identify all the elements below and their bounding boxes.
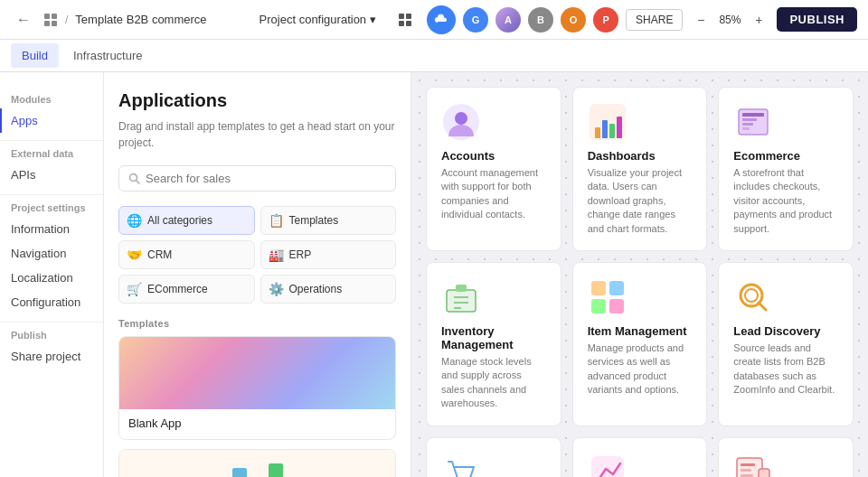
erp-label: ERP <box>289 248 312 261</box>
svg-rect-13 <box>595 127 600 138</box>
svg-rect-41 <box>759 469 769 477</box>
svg-rect-7 <box>406 21 411 26</box>
zoom-in-button[interactable]: + <box>748 9 769 31</box>
svg-rect-30 <box>609 299 624 313</box>
svg-rect-2 <box>44 21 50 26</box>
category-operations[interactable]: ⚙️ Operations <box>260 275 397 304</box>
divider-3 <box>0 322 103 323</box>
back-button[interactable]: ← <box>11 7 36 33</box>
erp-icon: 🏭 <box>269 248 284 262</box>
templates-label: Templates <box>289 214 339 227</box>
app-card-dashboards[interactable]: Dashboards Visualize your project data. … <box>572 87 708 251</box>
svg-rect-21 <box>742 127 750 130</box>
zoom-value: 85% <box>713 14 746 26</box>
project-config-button[interactable]: Project configuration ▾ <box>252 9 384 30</box>
category-templates[interactable]: 📋 Templates <box>260 206 397 235</box>
app-card-purchasing[interactable]: Purchasing <box>426 437 561 477</box>
svg-rect-29 <box>591 299 606 313</box>
sidebar-item-information[interactable]: Information <box>0 217 103 241</box>
dashboards-app-desc: Visualize your project data. Users can d… <box>588 166 693 236</box>
layout-grid-button[interactable] <box>391 5 420 34</box>
divider-2 <box>0 194 103 195</box>
crm-label: CRM <box>147 248 172 261</box>
ecommerce-app-name: Ecommerce <box>733 149 838 163</box>
blank-app-label: Blank App <box>119 409 395 439</box>
breadcrumb-title: Template B2B commerce <box>75 13 206 26</box>
all-categories-icon: 🌐 <box>127 213 142 228</box>
topbar-left: ← / Template B2B commerce <box>11 7 245 33</box>
breadcrumb-sep: / <box>65 14 68 26</box>
sidebar-section-publish: Publish <box>0 330 103 344</box>
blank-app-preview <box>119 337 395 409</box>
app-card-lead-discovery[interactable]: Lead Discovery Source leads and create l… <box>718 262 854 426</box>
svg-rect-15 <box>609 124 615 138</box>
lead-discovery-name: Lead Discovery <box>733 324 838 338</box>
app-card-ecommerce[interactable]: Ecommerce A storefront that includes che… <box>718 87 854 251</box>
tab-infrastructure[interactable]: Infrastructure <box>62 43 154 68</box>
sidebar-item-apis[interactable]: APIs <box>0 163 103 187</box>
svg-rect-28 <box>609 281 624 295</box>
sidebar-section-modules: Modules <box>0 94 103 108</box>
tab-build[interactable]: Build <box>11 43 59 68</box>
apps-title: Applications <box>118 90 396 111</box>
sidebar-item-localization[interactable]: Localization <box>0 266 103 290</box>
app-card-item-mgmt[interactable]: Item Management Manage products and serv… <box>572 262 708 426</box>
avatar-o: O <box>561 7 586 33</box>
category-grid: 🌐 All categories 📋 Templates 🤝 CRM 🏭 ERP… <box>118 206 396 304</box>
search-icon <box>128 173 140 184</box>
accounts-desc: Account management with support for both… <box>441 166 546 222</box>
dashboards-app-icon <box>588 102 627 142</box>
search-box <box>118 165 396 192</box>
avatar-b: B <box>528 7 553 33</box>
crm-icon: 🤝 <box>127 248 142 262</box>
inventory-app-icon <box>441 277 481 317</box>
main-layout: Modules Apps External data APIs Project … <box>0 72 868 477</box>
sales-order-public-icon <box>733 453 773 477</box>
sidebar-item-share[interactable]: Share project <box>0 344 103 369</box>
apps-panel: Applications Drag and install app templa… <box>104 72 411 477</box>
svg-rect-38 <box>741 463 755 466</box>
templates-section-label: Templates <box>118 318 396 329</box>
svg-rect-23 <box>456 285 467 292</box>
app-card-accounts[interactable]: Accounts Account management with support… <box>426 87 561 251</box>
svg-rect-40 <box>741 474 753 477</box>
sidebar-section-external: External data <box>0 148 103 163</box>
template-card-blank[interactable]: Blank App <box>118 336 396 440</box>
accounts-name: Accounts <box>441 149 546 163</box>
category-ecommerce[interactable]: 🛒 ECommerce <box>118 275 255 304</box>
sales-icon <box>588 453 627 477</box>
topbar: ← / Template B2B commerce Project config… <box>0 0 868 40</box>
zoom-out-button[interactable]: − <box>690 9 712 31</box>
topbar-right: Project configuration ▾ G A B O P SHARE … <box>252 5 857 34</box>
app-card-inventory[interactable]: Inventory Management Manage stock levels… <box>426 262 561 426</box>
svg-line-33 <box>759 303 766 310</box>
inventory-app-name: Inventory Management <box>441 324 546 351</box>
share-button[interactable]: SHARE <box>626 9 683 31</box>
svg-rect-39 <box>741 469 751 472</box>
sidebar-section-project: Project settings <box>0 202 103 217</box>
sidebar-item-navigation[interactable]: Navigation <box>0 241 103 266</box>
sidebar: Modules Apps External data APIs Project … <box>0 72 104 477</box>
search-input[interactable] <box>146 172 386 185</box>
chevron-down-icon: ▾ <box>370 13 376 26</box>
item-mgmt-desc: Manage products and services as well as … <box>588 341 693 398</box>
app-grid-area: Accounts Account management with support… <box>411 72 868 477</box>
sidebar-item-configuration[interactable]: Configuration <box>0 290 103 314</box>
sidebar-item-apps[interactable]: Apps <box>0 108 103 133</box>
template-card-dashboards[interactable]: Dashboards <box>118 449 396 477</box>
publish-button[interactable]: PUBLISH <box>777 7 857 32</box>
ecommerce-app-desc: A storefront that includes checkouts, vi… <box>733 166 838 236</box>
category-all[interactable]: 🌐 All categories <box>118 206 255 235</box>
category-crm[interactable]: 🤝 CRM <box>118 240 255 269</box>
purchasing-icon <box>441 453 481 477</box>
app-card-sales[interactable]: Sales <box>572 437 708 477</box>
svg-rect-0 <box>44 14 50 19</box>
cloud-button[interactable] <box>427 5 456 34</box>
ecommerce-icon: 🛒 <box>127 282 142 296</box>
svg-rect-18 <box>742 113 764 117</box>
svg-rect-20 <box>742 123 753 126</box>
category-erp[interactable]: 🏭 ERP <box>260 240 397 269</box>
app-card-sales-order-public[interactable]: Sales Order Public <box>718 437 854 477</box>
lead-discovery-desc: Source leads and create lists from B2B d… <box>733 341 838 398</box>
avatar-g: G <box>463 7 488 33</box>
